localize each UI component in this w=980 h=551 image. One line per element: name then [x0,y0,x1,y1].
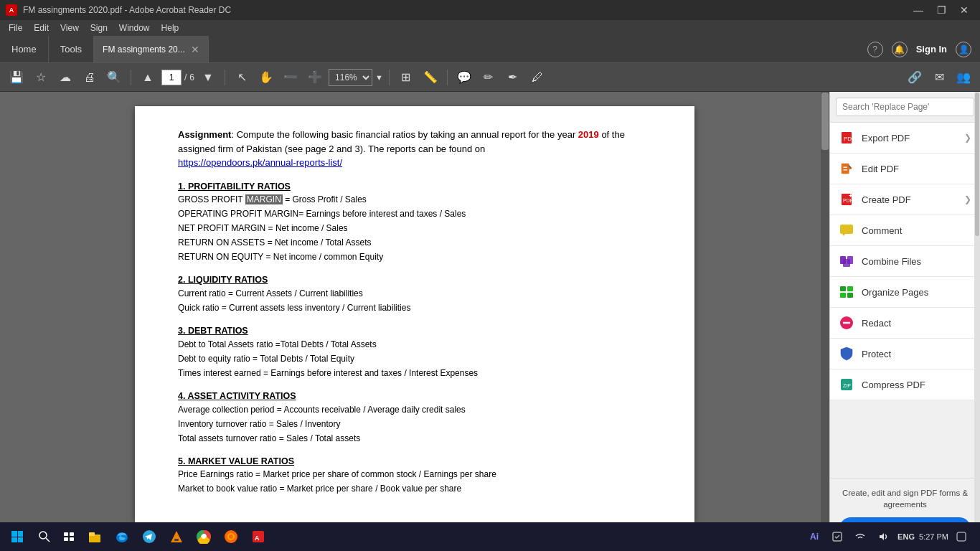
volume-icon[interactable] [873,527,893,547]
opm-row: OPERATING PROFIT MARGIN= Earnings before… [178,207,651,220]
taskbar-search[interactable] [33,522,56,551]
panel-item-create-pdf[interactable]: PDF+ Create PDF ❯ [830,184,980,215]
tab-document-label: FM assingments 20... [103,44,185,55]
email-button[interactable]: ✉ [928,67,950,88]
menu-file[interactable]: File [3,22,28,34]
compress-pdf-label: Compress PDF [862,380,925,390]
draw-button[interactable]: ✒ [502,67,524,88]
menu-window[interactable]: Window [113,22,156,34]
cta-text: Create, edit and sign PDF forms & agreem… [839,487,971,510]
svg-rect-43 [957,532,966,541]
notification-center[interactable] [951,527,971,547]
roe-row: RETURN ON EQUITY = Net income / common E… [178,250,651,263]
start-button[interactable] [3,522,32,551]
scroll-thumb[interactable] [821,93,829,150]
share-button[interactable]: 👥 [953,67,974,88]
close-button[interactable]: ✕ [954,0,974,20]
panel-item-compress[interactable]: ZIP Compress PDF [830,369,980,400]
hand-tool[interactable]: ✋ [255,67,277,88]
menu-edit[interactable]: Edit [28,22,55,34]
select-tool[interactable]: ↖ [231,67,253,88]
help-icon[interactable]: ? [867,42,883,57]
taskbar-task-view[interactable] [57,522,80,551]
zoom-in-button[interactable]: ➕ [304,67,326,88]
panel-search-input[interactable] [836,98,974,116]
restore-button[interactable]: ❐ [931,0,951,20]
pdf-scrollbar[interactable] [821,92,829,551]
zoom-out-button[interactable]: ➖ [280,67,301,88]
tab-document[interactable]: FM assingments 20... ✕ [94,36,209,62]
report-link[interactable]: https://opendoors.pk/annual-reports-list… [178,157,342,168]
highlight-button[interactable]: ✏ [478,67,499,88]
taskbar-edge[interactable] [109,522,135,551]
taskbar-telegram[interactable] [136,522,162,551]
panel-scrollbar[interactable] [974,92,980,551]
svg-marker-11 [842,234,845,236]
tab-close-button[interactable]: ✕ [191,44,199,55]
panel-scroll-thumb[interactable] [975,93,979,236]
tab-tools[interactable]: Tools [49,36,94,62]
user-icon[interactable]: 👤 [956,42,971,57]
panel-item-organize[interactable]: Organize Pages [830,277,980,308]
svg-rect-10 [840,225,853,234]
toolbar-separator-2 [225,70,225,85]
page-navigation: / 6 [161,70,194,85]
cloud-button[interactable]: ☁ [55,67,76,88]
svg-line-24 [46,538,50,542]
svg-text:PDF: PDF [844,136,853,142]
window-title: FM assingments 2020.pdf - Adobe Acrobat … [23,5,231,15]
sign-in-button[interactable]: Sign In [916,44,947,55]
print-button[interactable]: 🖨 [79,67,100,88]
panel-item-combine[interactable]: Combine Files [830,246,980,277]
export-pdf-icon: PDF [839,130,854,146]
system-clock: 5:27 PM [919,532,948,542]
comment-label: Comment [862,225,902,236]
toolbar: 💾 ☆ ☁ 🖨 🔍 ▲ / 6 ▼ ↖ ✋ ➖ ➕ 116% 100% 75% … [0,63,980,92]
menu-bar: File Edit View Sign Window Help [0,20,980,36]
menu-help[interactable]: Help [156,22,185,34]
prev-page-button[interactable]: ▲ [137,67,159,88]
stamp-button[interactable]: 🖊 [527,67,548,88]
taskbar: A Ai ENG 5:27 PM [0,522,980,551]
svg-point-23 [39,532,47,539]
save-button[interactable]: 💾 [6,67,27,88]
next-page-button[interactable]: ▼ [197,67,219,88]
link-button[interactable]: 🔗 [904,67,925,88]
zoom-select[interactable]: 116% 100% 75% 150% [329,69,372,86]
panel-item-redact[interactable]: Redact [830,308,980,339]
comment-button[interactable]: 💬 [453,67,475,88]
zoom-control: 116% 100% 75% 150% ▼ [329,69,383,86]
panel-item-protect[interactable]: Protect [830,339,980,369]
panel-item-export-pdf[interactable]: PDF Export PDF ❯ [830,123,980,154]
tab-home[interactable]: Home [0,36,49,62]
section2: 2. LIQUIDITY RATIOS Current ratio = Curr… [178,273,651,314]
taskbar-chrome[interactable] [191,522,217,551]
zoom-out-tool[interactable]: 🔍 [103,67,125,88]
notifications-icon[interactable]: 🔔 [892,42,908,57]
panel-item-comment[interactable]: Comment [830,215,980,246]
taskbar-acrobat[interactable]: A [245,522,271,551]
marquee-zoom-button[interactable]: ⊞ [395,67,417,88]
measure-button[interactable]: 📏 [420,67,441,88]
lang-indicator[interactable]: ENG [896,527,916,547]
svg-rect-15 [840,286,846,291]
minimize-button[interactable]: — [908,0,928,20]
taskbar-file-explorer[interactable] [82,522,108,551]
panel-item-edit-pdf[interactable]: Edit PDF [830,154,980,184]
tray-icon-1[interactable] [827,527,847,547]
year-text: 2019 [578,129,599,140]
taskbar-vlc[interactable] [164,522,189,551]
ai-label[interactable]: Ai [804,527,824,547]
svg-text:+: + [849,192,853,199]
menu-view[interactable]: View [55,22,85,34]
taskbar-firefox[interactable] [218,522,244,551]
margin-highlight: MARGIN [245,194,283,204]
export-pdf-label: Export PDF [862,133,910,143]
menu-sign[interactable]: Sign [85,22,113,34]
svg-rect-18 [847,293,853,298]
network-icon[interactable] [850,527,870,547]
bookmark-button[interactable]: ☆ [30,67,52,88]
redact-label: Redact [862,318,891,329]
section3: 3. DEBT RATIOS Debt to Total Assets rati… [178,324,651,380]
page-input[interactable] [161,70,182,85]
